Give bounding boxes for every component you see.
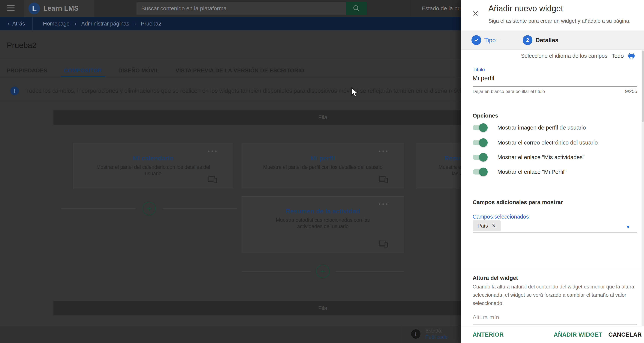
breadcrumb-item-current[interactable]: Prueba2 bbox=[141, 21, 162, 27]
selected-fields-label: Campos seleccionados bbox=[472, 214, 529, 220]
chip-label: País bbox=[478, 223, 488, 229]
tab-vista-previa[interactable]: VISTA PREVIA DE LA VERSIÓN DE ESCRITORIO bbox=[176, 64, 304, 77]
step-current-circle: 2 bbox=[523, 35, 532, 45]
widget-card-mi-perfil[interactable]: Mi perfil Muestra el panel de perfil con… bbox=[242, 144, 404, 189]
logo-icon: L bbox=[28, 3, 40, 14]
toggle-label: Mostrar el correo electrónico del usuari… bbox=[497, 139, 598, 146]
field-language-row: Seleccione el idioma de los campos Todo bbox=[461, 50, 644, 62]
section-divider bbox=[461, 107, 644, 107]
header-right-text: Estado de la pru bbox=[422, 0, 462, 17]
dropdown-caret-icon[interactable]: ▼ bbox=[626, 224, 630, 230]
min-height-underline bbox=[472, 324, 637, 325]
insert-line bbox=[242, 271, 310, 272]
breadcrumb-item-homepage[interactable]: Homepage bbox=[43, 21, 70, 27]
insert-line bbox=[162, 208, 237, 209]
title-field-helper: Dejar en blanco para ocultar el título bbox=[472, 89, 545, 94]
globe-icon[interactable] bbox=[628, 52, 635, 59]
logo-text: Learn LMS bbox=[43, 4, 79, 12]
more-options-icon[interactable] bbox=[208, 150, 216, 152]
drawer-scrollbar-thumb[interactable] bbox=[642, 51, 644, 122]
add-widget-button[interactable]: AÑADIR WIDGET bbox=[554, 331, 602, 338]
toggle-on[interactable] bbox=[472, 169, 487, 175]
row-label: Fila bbox=[318, 114, 327, 120]
toggle-on[interactable] bbox=[472, 125, 487, 130]
hamburger-menu-icon[interactable] bbox=[7, 5, 15, 12]
devices-icon bbox=[379, 176, 388, 184]
chevron-right-icon: › bbox=[74, 20, 76, 27]
add-widget-drawer: ✕ Añadir nuevo widget Siga el asistente … bbox=[461, 0, 644, 343]
search-input[interactable] bbox=[137, 2, 346, 15]
widget-card-title: Mi calendario bbox=[73, 155, 233, 162]
widget-card-description: Muestra estadísticas relacionadas con la… bbox=[270, 217, 376, 230]
previous-button[interactable]: ANTERIOR bbox=[472, 331, 504, 338]
breadcrumb-item-manage-pages[interactable]: Administrar páginas bbox=[81, 21, 129, 27]
char-counter: 9/255 bbox=[625, 88, 637, 94]
page-status: i Estado: Publicado bbox=[411, 328, 448, 340]
app-logo[interactable]: L Learn LMS bbox=[24, 0, 94, 17]
toggle-on[interactable] bbox=[472, 140, 487, 145]
step-tipo-label[interactable]: Tipo bbox=[484, 37, 496, 44]
wizard-steps: Tipo 2 Detalles bbox=[461, 30, 644, 50]
step-detalles-label: Detalles bbox=[536, 37, 558, 44]
add-widget-plus-button[interactable]: + bbox=[316, 265, 330, 278]
tab-bar: PROPIEDADES COMPOSITOR DISEÑO MÓVIL VIST… bbox=[7, 64, 304, 77]
chevron-right-icon: › bbox=[134, 20, 136, 27]
drawer-subtitle: Siga el asistente para crear un widget y… bbox=[488, 18, 630, 24]
close-icon[interactable]: ✕ bbox=[472, 10, 479, 18]
option-row-email: Mostrar el correo electrónico del usuari… bbox=[472, 139, 598, 146]
header-divider bbox=[411, 0, 411, 17]
devices-icon bbox=[208, 176, 217, 184]
insert-line bbox=[61, 208, 136, 209]
additional-fields-heading: Campos adicionales para mostrar bbox=[472, 199, 563, 205]
option-row-profile-image: Mostrar imagen de perfil de usuario bbox=[472, 124, 586, 131]
language-label: Seleccione el idioma de los campos bbox=[521, 53, 608, 59]
toggle-label: Mostrar el enlace "Mis actividades" bbox=[497, 154, 584, 160]
status-info-icon[interactable]: i bbox=[411, 329, 420, 339]
devices-icon bbox=[379, 240, 388, 248]
insert-line bbox=[335, 271, 404, 272]
search-button[interactable] bbox=[346, 2, 367, 15]
toggle-on[interactable] bbox=[472, 155, 487, 160]
status-value[interactable]: Publicado bbox=[425, 334, 448, 340]
widget-card-title: Resumen de la actividad bbox=[242, 208, 404, 215]
add-widget-plus-button[interactable]: + bbox=[142, 202, 156, 215]
more-options-icon[interactable] bbox=[379, 203, 388, 205]
chevron-left-icon: ‹ bbox=[8, 20, 10, 27]
section-divider bbox=[461, 197, 644, 197]
widget-card-description: Muestra el panel de perfil con los detal… bbox=[262, 164, 383, 170]
drawer-title: Añadir nuevo widget bbox=[488, 4, 563, 13]
step-connector bbox=[500, 40, 518, 40]
info-icon: i bbox=[10, 87, 19, 95]
fields-select-underline bbox=[472, 232, 637, 233]
option-row-my-profile: Mostrar el enlace "Mi Perfil" bbox=[472, 169, 566, 175]
cancel-button[interactable]: CANCELAR bbox=[608, 331, 642, 338]
options-heading: Opciones bbox=[472, 112, 498, 119]
widget-card-title: Mi perfil bbox=[242, 155, 404, 162]
check-icon bbox=[474, 37, 479, 43]
tab-compositor[interactable]: COMPOSITOR bbox=[64, 64, 102, 77]
tab-propiedades[interactable]: PROPIEDADES bbox=[7, 64, 48, 77]
title-field-input[interactable] bbox=[472, 75, 637, 82]
min-height-input[interactable] bbox=[472, 314, 637, 321]
widget-card-description: Mostrar el panel del calendario con los … bbox=[91, 164, 215, 177]
info-banner: i Todos los cambios, incorporaciones y e… bbox=[10, 87, 464, 95]
drawer-footer: ANTERIOR AÑADIR WIDGET CANCELAR bbox=[461, 326, 644, 343]
language-value[interactable]: Todo bbox=[612, 53, 624, 59]
app-stage: L Learn LMS Estado de la pru ‹ Atrás Hom… bbox=[0, 0, 644, 343]
back-button[interactable]: ‹ Atrás bbox=[0, 17, 32, 30]
page-title: Prueba2 bbox=[7, 41, 36, 50]
widget-card-mi-calendario[interactable]: Mi calendario Mostrar el panel del calen… bbox=[73, 144, 233, 189]
title-field-underline bbox=[472, 86, 637, 87]
status-label: Estado: bbox=[425, 328, 448, 334]
page-footer: i Estado: Publicado bbox=[0, 326, 461, 343]
toggle-label: Mostrar el enlace "Mi Perfil" bbox=[497, 169, 566, 175]
section-divider bbox=[461, 269, 644, 269]
more-options-icon[interactable] bbox=[379, 150, 388, 152]
title-field-label: Título bbox=[472, 67, 485, 72]
step-done-circle bbox=[472, 35, 481, 45]
tab-diseno-movil[interactable]: DISEÑO MÓVIL bbox=[118, 64, 159, 77]
chip-pais[interactable]: País ✕ bbox=[472, 220, 501, 231]
widget-card-resumen-actividad[interactable]: Resumen de la actividad Muestra estadíst… bbox=[242, 196, 404, 253]
search-icon bbox=[352, 5, 360, 12]
chip-remove-icon[interactable]: ✕ bbox=[492, 223, 496, 229]
